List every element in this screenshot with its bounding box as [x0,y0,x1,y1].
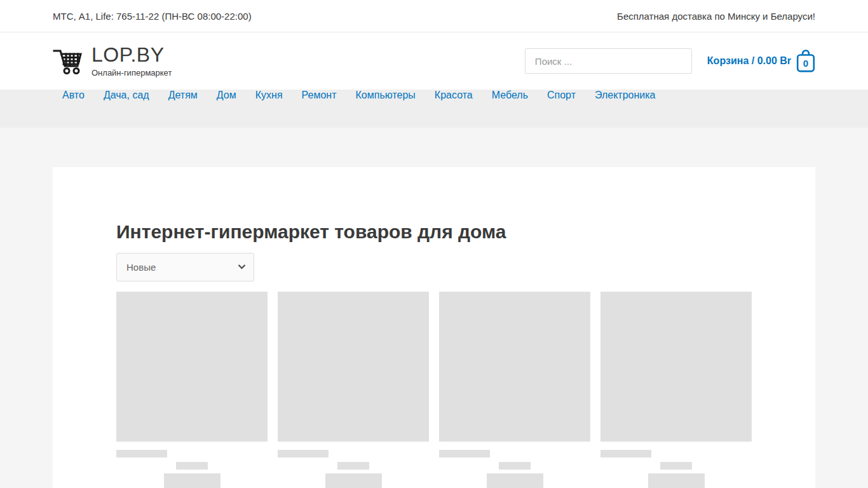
cart-link[interactable]: Корзина / 0.00 Br 0 [707,50,815,72]
product-button-placeholder [648,473,705,488]
product-card-placeholder[interactable] [278,292,429,488]
product-title-placeholder [278,450,329,458]
site-header: LOP.BY Онлайн-гипермаркет Корзина / 0.00… [0,32,868,90]
product-image-placeholder [600,292,752,442]
product-price-placeholder [176,462,208,470]
nav-item-remont[interactable]: Ремонт [292,90,346,101]
shopping-cart-icon [53,48,83,75]
product-button-placeholder [325,473,382,488]
nav-item-kuhnya[interactable]: Кухня [246,90,292,101]
topbar-phones: МТС, А1, Life: 765-11-22 (ПН-ВС 08:00-22… [53,11,252,22]
topbar: МТС, А1, Life: 765-11-22 (ПН-ВС 08:00-22… [0,0,868,32]
nav-item-kompyutery[interactable]: Компьютеры [346,90,425,101]
product-price-placeholder [499,462,531,470]
nav-item-krasota[interactable]: Красота [425,90,482,101]
product-button-placeholder [164,473,220,488]
product-title-placeholder [439,450,490,458]
nav-item-dacha-sad[interactable]: Дача, сад [94,90,159,101]
product-card-placeholder[interactable] [600,292,752,488]
site-tagline: Онлайн-гипермаркет [92,68,172,78]
product-image-placeholder [116,292,268,442]
page-title: Интернет-гипермаркет товаров для дома [116,220,752,244]
site-title: LOP.BY [92,44,172,65]
nav-item-mebel[interactable]: Мебель [482,90,538,101]
nav-item-sport[interactable]: Спорт [538,90,585,101]
sort-select[interactable]: Новые [116,253,254,281]
product-title-placeholder [600,450,651,458]
product-image-placeholder [278,292,429,442]
product-title-placeholder [116,450,167,458]
nav-item-detyam[interactable]: Детям [159,90,207,101]
product-price-placeholder [337,462,369,470]
shopping-bag-icon: 0 [796,50,815,72]
nav-item-elektronika[interactable]: Электроника [585,90,665,101]
topbar-promo: Бесплатная доставка по Минску и Беларуси… [617,11,815,22]
product-card-placeholder[interactable] [439,292,590,488]
product-grid [116,292,752,488]
nav-item-dom[interactable]: Дом [207,90,246,101]
main-content: Интернет-гипермаркет товаров для дома Но… [53,167,815,488]
product-price-placeholder [660,462,692,470]
site-logo-link[interactable]: LOP.BY Онлайн-гипермаркет [53,44,172,78]
search-input[interactable] [525,48,692,74]
cart-total-label: Корзина / 0.00 Br [707,55,791,67]
cart-count-badge: 0 [803,58,808,69]
nav-item-avto[interactable]: Авто [53,90,94,101]
product-button-placeholder [487,473,543,488]
product-card-placeholder[interactable] [116,292,268,488]
product-image-placeholder [439,292,590,442]
primary-navigation: Авто Дача, сад Детям Дом Кухня Ремонт Ко… [0,90,868,128]
